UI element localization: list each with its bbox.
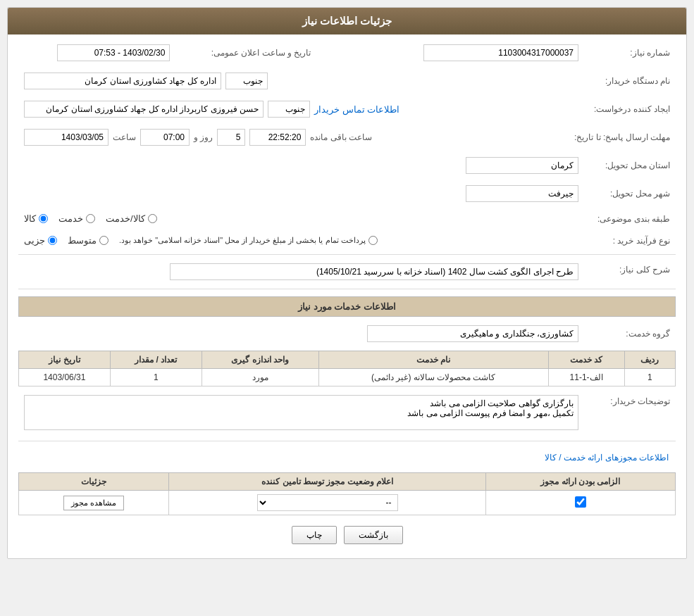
need-desc-input[interactable] [170,263,578,280]
process-type-field: جزیی متوسط پرداخت تمام یا بخشی از مبلغ خ… [18,232,584,249]
category-kala-item: کالا [24,213,48,224]
process-esnad-radio[interactable] [368,236,378,245]
cell-quantity: 1 [110,369,202,386]
process-jozii-item: جزیی [24,235,57,246]
buyer-notes-field: بارگزاری گواهی صلاحیت الزامی می باشد تکم… [18,392,584,435]
delivery-province-label: استان محل تحویل: [584,154,676,177]
separator-1 [18,254,676,255]
response-label: مهلت ارسال پاسخ: تا تاریخ: [563,126,676,149]
card-body: شماره نیاز: تاریخ و ساعت اعلان عمومی: نا… [8,34,686,558]
perm-cell-details: مشاهده مجوز [19,491,169,515]
service-group-input[interactable] [367,325,578,342]
category-both-radio[interactable] [148,214,157,223]
buyer-org-field [18,70,584,92]
delivery-city-input[interactable] [466,185,578,202]
cell-service-name: کاشت محصولات سالانه (غیر دائمی) [318,369,548,386]
process-jozii-label: جزیی [24,235,45,246]
need-desc-row: شرح کلی نیاز: [18,260,676,283]
announce-label: تاریخ و ساعت اعلان عمومی: [175,42,316,64]
cell-need-date: 1403/06/31 [19,369,111,386]
perm-status-select[interactable]: -- [257,494,398,511]
requester-row: ایجاد کننده درخواست: اطلاعات تماس خریدار [18,98,676,120]
page-title: جزئیات اطلاعات نیاز [8,8,686,34]
back-button[interactable]: بازگشت [344,526,403,544]
perm-col-details: جزئیات [19,473,169,491]
category-kala-radio[interactable] [39,214,48,223]
process-motavasset-item: متوسط [68,235,109,246]
cell-service-code: الف-1-11 [548,369,624,386]
process-esnad-item: پرداخت تمام یا بخشی از مبلغ خریدار از مح… [119,236,378,245]
need-desc-label: شرح کلی نیاز: [584,260,676,283]
response-date-input[interactable] [24,129,109,146]
category-kala-label: کالا [24,213,36,224]
requester-field: اطلاعات تماس خریدار [18,98,584,120]
process-jozii-radio[interactable] [48,236,57,245]
requester-contact-link[interactable]: اطلاعات تماس خریدار [314,104,399,115]
category-khedmat-radio[interactable] [86,214,95,223]
need-number-input[interactable] [423,44,578,61]
buyer-notes-label: توضیحات خریدار: [584,392,676,435]
delivery-city-field [18,182,584,205]
perm-cell-required [485,491,675,515]
delivery-province-input[interactable] [466,157,578,174]
col-unit: واحد اندازه گیری [202,351,318,369]
remaining-label: ساعت باقی مانده [310,132,372,142]
process-type-row: نوع فرآیند خرید : جزیی متوسط [18,232,676,249]
service-group-label: گروه خدمت: [584,322,676,345]
requester-region-input[interactable] [268,101,310,118]
print-button[interactable]: چاپ [292,526,337,544]
delivery-city-label: شهر محل تحویل: [584,182,676,205]
cell-row-num: 1 [624,369,675,386]
perm-cell-status: -- [169,491,485,515]
requester-label: ایجاد کننده درخواست: [584,98,676,120]
time-label: ساعت [113,132,136,142]
permissions-row: -- مشاهده مجوز [19,491,676,515]
response-time-input[interactable] [140,129,190,146]
process-motavasset-radio[interactable] [99,236,109,245]
separator-2 [18,289,676,289]
response-days-input[interactable] [217,129,245,146]
delivery-city-row: شهر محل تحویل: [18,182,676,205]
view-permission-button[interactable]: مشاهده مجوز [63,496,124,510]
action-buttons: بازگشت چاپ [18,526,676,544]
col-service-name: نام خدمت [318,351,548,369]
announce-value [18,42,175,64]
col-quantity: تعداد / مقدار [110,351,202,369]
category-both-item: کالا/خدمت [106,213,157,224]
buyer-notes-row: توضیحات خریدار: بارگزاری گواهی صلاحیت ال… [18,392,676,435]
buyer-org-input[interactable] [24,73,221,89]
permissions-section-header: اطلاعات مجوزهای ارائه خدمت / کالا [18,448,676,467]
remaining-time-input[interactable] [249,129,306,146]
delivery-province-field [18,154,584,177]
buyer-notes-input[interactable]: بارگزاری گواهی صلاحیت الزامی می باشد تکم… [24,395,578,430]
response-field: ساعت روز و ساعت باقی مانده [18,126,563,149]
buyer-org-label: نام دستگاه خریدار: [584,70,676,92]
page-wrapper: جزئیات اطلاعات نیاز شماره نیاز: تاریخ و … [0,0,694,616]
category-row: طبقه بندی موضوعی: کالا خدمت [18,210,676,227]
response-deadline-row: مهلت ارسال پاسخ: تا تاریخ: ساعت روز و سا… [18,126,676,149]
separator-3 [18,441,676,441]
service-data-table: ردیف کد خدمت نام خدمت واحد اندازه گیری ت… [18,351,676,386]
buyer-org-row: نام دستگاه خریدار: [18,70,676,92]
process-esnad-label: پرداخت تمام یا بخشی از مبلغ خریدار از مح… [119,236,366,245]
delivery-province-row: استان محل تحویل: [18,154,676,177]
process-type-label: نوع فرآیند خرید : [584,232,676,249]
service-group-row: گروه خدمت: [18,322,676,345]
col-need-date: تاریخ نیاز [19,351,111,369]
cell-unit: مورد [202,369,318,386]
service-group-field [18,322,584,345]
process-motavasset-label: متوسط [68,235,97,246]
service-section-header: اطلاعات خدمات مورد نیاز [18,296,676,317]
table-row: 1 الف-1-11 کاشت محصولات سالانه (غیر دائم… [19,369,676,386]
days-label: روز و [194,132,213,142]
category-khedmat-item: خدمت [58,213,95,224]
perm-required-checkbox[interactable] [575,496,586,508]
category-field: کالا خدمت کالا/خدمت [18,210,584,227]
announce-input[interactable] [57,44,170,61]
col-service-code: کد خدمت [548,351,624,369]
requester-input[interactable] [24,101,264,118]
buyer-org-region-input[interactable] [225,73,268,89]
need-number-row: شماره نیاز: تاریخ و ساعت اعلان عمومی: [18,42,676,64]
category-label: طبقه بندی موضوعی: [584,210,676,227]
perm-col-status: اعلام وضعیت مجوز توسط تامین کننده [169,473,485,491]
